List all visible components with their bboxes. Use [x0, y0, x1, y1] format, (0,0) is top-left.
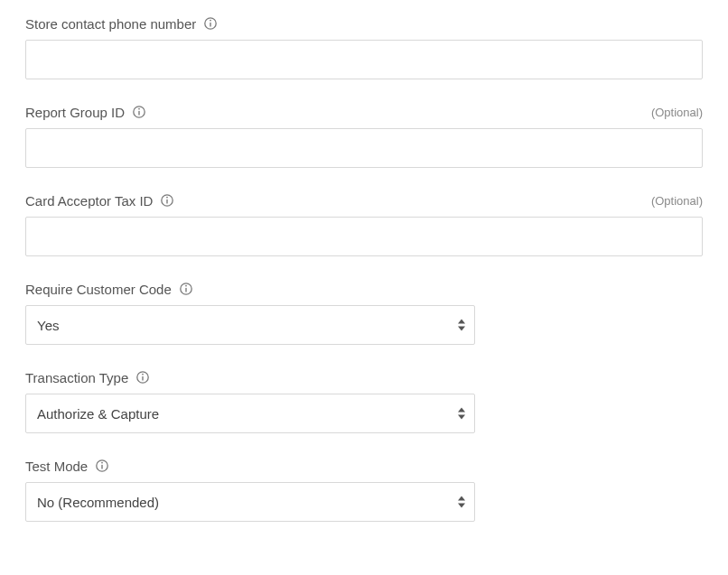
optional-tag: (Optional): [651, 194, 703, 208]
svg-point-11: [185, 285, 187, 287]
svg-rect-13: [143, 376, 144, 381]
require-customer-code-select[interactable]: Yes Yes: [25, 305, 475, 345]
svg-point-2: [210, 20, 211, 22]
label-row: Test Mode: [25, 459, 703, 473]
svg-rect-4: [138, 111, 139, 116]
info-icon[interactable]: [203, 16, 218, 31]
phone-input[interactable]: [25, 40, 703, 79]
label-row: Report Group ID (Optional): [25, 105, 703, 119]
svg-rect-10: [185, 288, 186, 292]
label-left: Require Customer Code: [25, 282, 193, 296]
card-acceptor-tax-id-label: Card Acceptor Tax ID: [25, 194, 153, 208]
report-group-label: Report Group ID: [25, 106, 125, 119]
label-left: Store contact phone number: [25, 16, 218, 31]
label-left: Report Group ID: [25, 105, 146, 119]
label-row: Require Customer Code: [25, 282, 703, 296]
require-customer-code-label: Require Customer Code: [25, 283, 172, 296]
svg-rect-1: [210, 23, 211, 27]
field-card-acceptor-tax-id: Card Acceptor Tax ID (Optional): [25, 193, 703, 256]
card-acceptor-tax-id-input[interactable]: [25, 217, 703, 256]
test-mode-label: Test Mode: [25, 459, 88, 473]
svg-point-5: [138, 108, 140, 110]
info-icon[interactable]: [160, 193, 174, 208]
svg-point-14: [142, 374, 144, 376]
svg-rect-16: [102, 465, 103, 469]
transaction-type-label: Transaction Type: [25, 371, 128, 385]
label-row: Store contact phone number: [25, 16, 703, 31]
transaction-type-select[interactable]: Authorize & Capture Authorize & Capture: [25, 394, 475, 433]
svg-rect-7: [167, 199, 168, 204]
field-test-mode: Test Mode No (Recommended) No (Recommend…: [25, 459, 703, 522]
field-store-contact-phone: Store contact phone number: [25, 16, 703, 79]
field-report-group-id: Report Group ID (Optional): [25, 105, 703, 168]
optional-tag: (Optional): [651, 106, 703, 119]
info-icon[interactable]: [179, 282, 193, 296]
info-icon[interactable]: [132, 105, 146, 119]
label-row: Card Acceptor Tax ID (Optional): [25, 193, 703, 208]
info-icon[interactable]: [95, 459, 109, 473]
label-left: Transaction Type: [25, 370, 150, 385]
field-transaction-type: Transaction Type Authorize & Capture Aut…: [25, 370, 703, 433]
label-left: Card Acceptor Tax ID: [25, 193, 174, 208]
test-mode-select[interactable]: No (Recommended) No (Recommended): [25, 482, 475, 522]
field-require-customer-code: Require Customer Code Yes Yes: [25, 282, 703, 345]
phone-label: Store contact phone number: [25, 17, 196, 31]
label-row: Transaction Type: [25, 370, 703, 385]
svg-point-17: [101, 462, 103, 464]
report-group-input[interactable]: [25, 128, 703, 168]
info-icon[interactable]: [135, 370, 150, 385]
label-left: Test Mode: [25, 459, 109, 473]
svg-point-8: [167, 197, 169, 199]
